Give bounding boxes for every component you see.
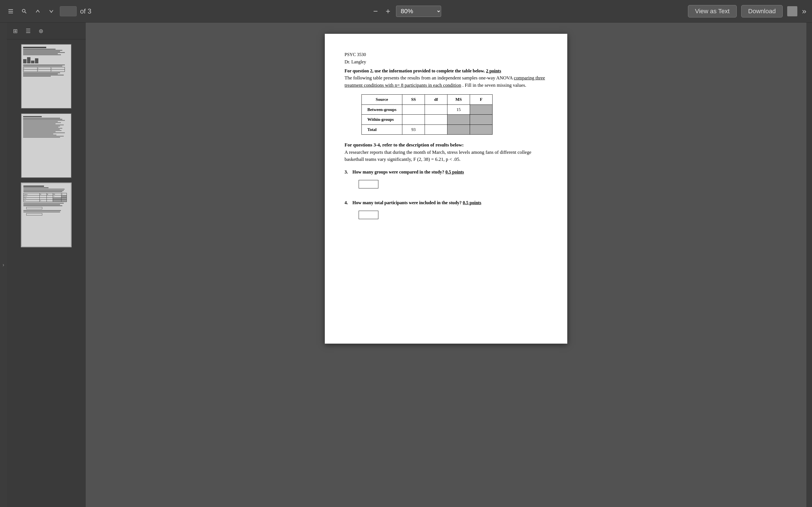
thumbnail-frame-2	[21, 113, 71, 178]
cell-total-source: Total	[362, 124, 402, 135]
thumbnail-content-3: Source SS df MS F Between 15	[22, 183, 71, 246]
main-area: › ⊞ ☰ ⊛	[0, 22, 812, 507]
thumbnail-frame-1: A B C 1 2 3	[21, 44, 71, 109]
q2-description: The following table presents the results…	[345, 74, 548, 89]
thumbnail-page-3[interactable]: Source SS df MS F Between 15	[11, 182, 81, 247]
cell-within-ss	[402, 115, 425, 125]
sidebar: ⊞ ☰ ⊛	[7, 22, 86, 507]
toolbar-right: View as Text Download »	[688, 5, 806, 17]
q3-text: 3. How many groups were compared in the …	[345, 169, 548, 175]
thumbnails-panel: A B C 1 2 3	[7, 40, 86, 507]
thumbnail-frame-3: Source SS df MS F Between 15	[21, 182, 71, 247]
course-info: PSYC 3530 Dr. Langley	[345, 51, 548, 65]
svg-line-4	[25, 12, 26, 13]
pdf-viewer: PSYC 3530 Dr. Langley For question 2, us…	[86, 22, 806, 507]
svg-rect-1	[8, 11, 13, 11]
nav-up-button[interactable]	[33, 6, 43, 16]
col-ms: MS	[448, 95, 470, 105]
q2-header: For question 2, use the information prov…	[345, 68, 548, 74]
q4-number: 4.	[345, 200, 351, 205]
q4-points: 0.5 points	[463, 200, 481, 205]
toolbar-left: 3 of 3	[6, 6, 91, 16]
table-row-within: Within-groups	[362, 115, 493, 125]
col-ss: SS	[402, 95, 425, 105]
q3-number: 3.	[345, 170, 351, 174]
table-row-between: Between-groups 15	[362, 105, 493, 115]
page-number-input[interactable]: 3	[60, 6, 77, 16]
col-f: F	[470, 95, 493, 105]
thumbnail-page-2[interactable]	[11, 113, 81, 178]
outline-view-button[interactable]: ☰	[24, 26, 33, 36]
table-header-row: Source SS df MS F	[362, 95, 493, 105]
q3-answer-box[interactable]	[359, 180, 378, 188]
cell-between-ss	[402, 105, 425, 115]
sidebar-toggle-button[interactable]	[6, 6, 16, 16]
cell-within-f	[470, 115, 493, 125]
cell-total-ss: 93	[402, 124, 425, 135]
zoom-select[interactable]: 50% 75% 80% 100% 125% 150%	[396, 6, 441, 17]
nav-down-button[interactable]	[46, 6, 56, 16]
svg-rect-0	[8, 9, 13, 10]
anova-table: Source SS df MS F Between-groups 15	[361, 94, 493, 135]
cell-within-df	[425, 115, 448, 125]
layers-view-button[interactable]: ⊛	[37, 26, 45, 36]
col-df: df	[425, 95, 448, 105]
cell-between-source: Between-groups	[362, 105, 402, 115]
q2-points-text: 2 points	[486, 68, 501, 73]
q4-answer-box[interactable]	[359, 211, 378, 219]
cell-total-df	[425, 124, 448, 135]
q2-section: For question 2, use the information prov…	[345, 68, 548, 89]
pdf-page-3: PSYC 3530 Dr. Langley For question 2, us…	[325, 34, 567, 344]
cell-between-f	[470, 105, 493, 115]
q4-text: 4. How many total participants were incl…	[345, 200, 548, 206]
edge-arrow-icon: ›	[3, 262, 4, 268]
page-total-label: of 3	[80, 7, 91, 15]
svg-point-3	[22, 9, 25, 12]
thumbnails-view-button[interactable]: ⊞	[11, 26, 19, 36]
toolbar: 3 of 3 − + 50% 75% 80% 100% 125% 150% Vi…	[0, 0, 812, 22]
download-button[interactable]: Download	[741, 5, 783, 17]
zoom-in-button[interactable]: +	[384, 6, 393, 16]
thumbnail-page-1[interactable]: A B C 1 2 3	[11, 44, 81, 109]
search-button[interactable]	[19, 6, 29, 16]
instructor-name: Dr. Langley	[345, 59, 548, 65]
cell-within-source: Within-groups	[362, 115, 402, 125]
q34-header: For questions 3-4, refer to the descript…	[345, 142, 548, 149]
thumbnail-content-1: A B C 1 2 3	[21, 45, 71, 108]
thumbnail-content-2	[21, 114, 71, 177]
q34-description: A researcher reports that during the mon…	[345, 149, 548, 163]
q3-points: 0.5 points	[446, 170, 464, 174]
q4-question: How many total participants were include…	[352, 200, 463, 205]
zoom-controls: − + 50% 75% 80% 100% 125% 150%	[371, 6, 441, 17]
cell-total-f	[470, 124, 493, 135]
course-code: PSYC 3530	[345, 51, 548, 58]
q4-block: 4. How many total participants were incl…	[345, 200, 548, 221]
view-as-text-button[interactable]: View as Text	[688, 5, 737, 17]
cell-total-ms	[448, 124, 470, 135]
zoom-out-button[interactable]: −	[371, 6, 380, 16]
cell-within-ms	[448, 115, 470, 125]
expand-button[interactable]: »	[802, 7, 806, 16]
table-row-total: Total 93	[362, 124, 493, 135]
col-source: Source	[362, 95, 402, 105]
view-mode-button[interactable]	[787, 6, 797, 16]
q3-block: 3. How many groups were compared in the …	[345, 169, 548, 191]
q3-question: How many groups were compared in the stu…	[352, 170, 446, 174]
sidebar-toolbar: ⊞ ☰ ⊛	[7, 22, 86, 40]
cell-between-df	[425, 105, 448, 115]
edge-toggle[interactable]: ›	[0, 22, 7, 507]
q2-instruction-text: For question 2, use the information prov…	[345, 68, 485, 73]
q34-section: For questions 3-4, refer to the descript…	[345, 142, 548, 221]
svg-rect-2	[8, 13, 13, 13]
right-scrollbar	[806, 22, 812, 507]
cell-between-ms: 15	[448, 105, 470, 115]
